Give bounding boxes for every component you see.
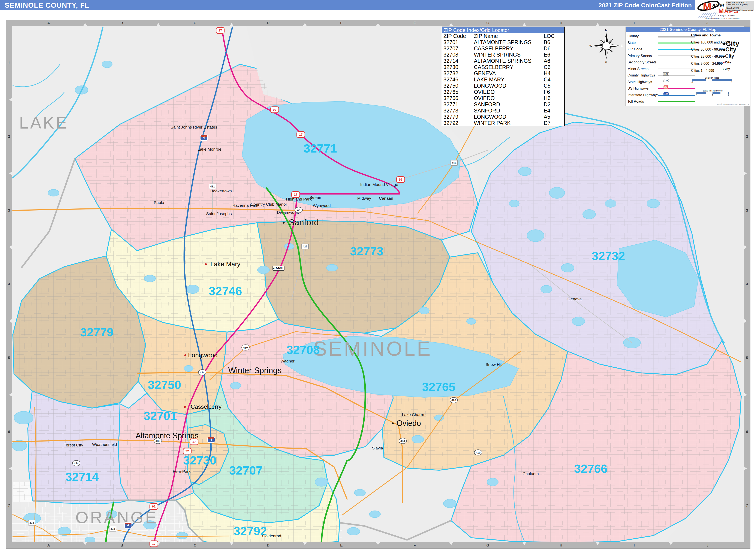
zip-index-title: ZIP Code Index/Grid Locator <box>442 27 564 33</box>
legend-copyright: 2021 © Intelligent Direct, Inc., Nantico… <box>717 103 749 105</box>
edition-label: 2021 ZIP Code ColorCast Edition <box>599 2 692 9</box>
zip-index-row: 32746LAKE MARYC4 <box>442 77 564 83</box>
col-zip-code: ZIP Code <box>442 33 472 39</box>
contact-line2: 1-888-434-MAPS (6277) <box>726 4 753 6</box>
legend-cities-title: Cities and Towns <box>691 33 721 37</box>
zip-index-row: 32779LONGWOODA5 <box>442 114 564 120</box>
zip-index-row: 32701ALTAMONTE SPRINGSB6 <box>442 39 564 46</box>
legend-title: 2021 Seminole County, FL Map <box>626 27 750 32</box>
scale-miles: Scale in Miles 01 <box>692 77 732 84</box>
contact-line3: EMAIL US AT: <box>726 7 753 9</box>
grid-bar-bottom <box>6 542 750 548</box>
contact-line4: mapsales@MarketMAPS.com <box>726 9 753 11</box>
zip-index-row: 32792WINTER PARKD7 <box>442 120 564 126</box>
scale-miles-ticks: 01 <box>692 81 732 84</box>
logo-m: M <box>703 1 711 12</box>
legend-item: ZIP Code <box>626 46 690 52</box>
legend-item: State Highways123 <box>626 79 690 85</box>
logo-tagline: On Target. On Time. <box>717 14 735 17</box>
legend-item: County <box>626 33 690 39</box>
legend-item: Toll Roads <box>626 98 690 105</box>
compass-rose: N E S W <box>589 28 623 63</box>
legend-item: Interstate Highways123 <box>626 92 690 98</box>
legend-city-sample: City <box>723 53 734 59</box>
col-zip-name: ZIP Name <box>472 33 543 39</box>
page-title: SEMINOLE COUNTY, FL <box>5 1 89 9</box>
contact-line1: CALL US TOLL FREE! <box>726 1 753 4</box>
zip-index-row: 32708WINTER SPRINGSE6 <box>442 52 564 58</box>
zip-index-row: 32765OVIEDOF6 <box>442 89 564 95</box>
legend-city-label: Cities 5,000 - 24,999 <box>691 62 723 65</box>
legend-item: Primary Streets <box>626 53 690 59</box>
page: SEMINOLE COUNTY, FL 2021 ZIP Code ColorC… <box>0 0 756 557</box>
zip-index-row: 32730CASSELBERRYC6 <box>442 64 564 70</box>
zip-index-row: 32771SANFORDD2 <box>442 101 564 108</box>
header-bar: SEMINOLE COUNTY, FL 2021 ZIP Code ColorC… <box>0 0 695 10</box>
grid-bar-top <box>6 20 750 26</box>
scale-km-ticks: 012 <box>696 94 729 96</box>
scale-km: Scale in Kilometers 012 <box>696 89 729 96</box>
legend-city-sample: City <box>723 67 730 70</box>
compass-e: E <box>620 44 623 48</box>
grid-bar-left <box>6 20 12 548</box>
legend-item: State <box>626 39 690 46</box>
legend-item: County Highways123 <box>626 72 690 79</box>
contact-box: CALL US TOLL FREE! 1-888-434-MAPS (6277)… <box>726 1 754 10</box>
legend-city-sample: City <box>723 46 736 53</box>
zip-index-row: 32714ALTAMONTE SPRINGSA6 <box>442 58 564 64</box>
compass-s: S <box>605 60 607 63</box>
zip-index-row: 32750LONGWOODC5 <box>442 83 564 89</box>
zip-index-header-row: ZIP Code ZIP Name LOC <box>442 33 564 39</box>
legend-city-label: Cities 25,000 - 49,999 <box>691 55 725 58</box>
zip-index-table: ZIP Code ZIP Name LOC 32701ALTAMONTE SPR… <box>442 33 564 126</box>
zip-index-row: 32773SANFORDE4 <box>442 108 564 114</box>
marketmaps-logo: M arket MAPS On Target. On Time. America… <box>695 0 756 20</box>
legend-item: Minor Streets <box>626 65 690 72</box>
legend-city-label: Cities 50,000 - 99,999 <box>691 48 725 51</box>
legend-item: US Highways123 <box>626 85 690 91</box>
zip-index-row: 32707CASSELBERRYD6 <box>442 46 564 52</box>
zip-index-row: 32766OVIEDOH6 <box>442 95 564 101</box>
zip-index-row: 32732GENEVAH4 <box>442 70 564 77</box>
legend-city-sample: City <box>723 60 731 64</box>
legend-city-label: Cities 1 - 4,999 <box>691 69 714 72</box>
col-loc: LOC <box>543 33 564 39</box>
zip-index-body: 32701ALTAMONTE SPRINGSB632707CASSELBERRY… <box>442 39 564 126</box>
logo-subtext: America's Leading Source of Business Map… <box>705 17 739 19</box>
zip-index-box: ZIP Code Index/Grid Locator ZIP Code ZIP… <box>442 27 565 126</box>
legend-item: Secondary Streets <box>626 59 690 65</box>
compass-n: N <box>605 28 608 32</box>
compass-star-icon <box>593 33 619 59</box>
legend-box: 2021 Seminole County, FL Map CountyState… <box>626 27 750 106</box>
compass-w: W <box>589 44 592 48</box>
